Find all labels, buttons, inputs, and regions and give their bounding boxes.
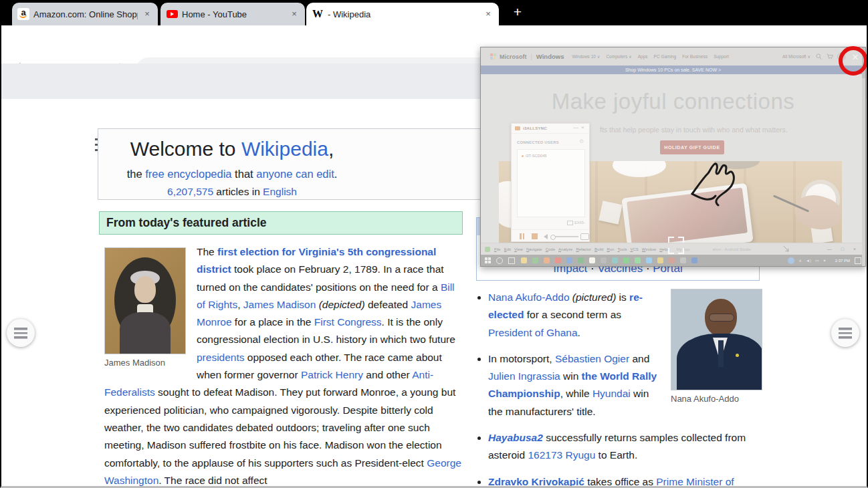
screen: a Amazon.com: Online Shoppi × Home - You… (0, 0, 868, 488)
wiki-link[interactable]: presidents (197, 352, 245, 363)
image-caption: James Madison (104, 358, 186, 368)
wiki-link[interactable]: Julien Ingrassia (488, 370, 560, 382)
tab-youtube[interactable]: Home - YouTube × (160, 3, 305, 25)
overlay-dim-layer (481, 47, 865, 266)
text-segment: and other (363, 369, 412, 380)
wiki-link[interactable]: Wikipedia (241, 138, 328, 160)
text-segment: and (629, 353, 649, 364)
left-assist-handle[interactable] (7, 319, 35, 347)
text-segment: . (334, 168, 338, 180)
text-segment: , while (560, 388, 592, 399)
nana-akufo-addo-photo[interactable] (671, 289, 762, 390)
james-madison-figure[interactable]: James Madison (104, 247, 186, 368)
text-segment: . The race did not affect (158, 475, 267, 486)
in-the-news-section: Nana Akufo-Addo Nana Akufo-Addo (picture… (475, 289, 764, 488)
news-item: Hayabusa2 successfully returns samples c… (488, 429, 764, 465)
text-segment: sought to defeat Madison. They put forwa… (104, 386, 455, 468)
tab-title: Home - YouTube (182, 9, 285, 19)
new-tab-button[interactable]: + (510, 4, 526, 20)
text-segment: for a second term as (524, 309, 621, 320)
text-segment: took place on February 2, 1789. In a rac… (197, 263, 444, 292)
text-segment: defeated (365, 299, 411, 310)
text-segment: , (328, 138, 334, 160)
wiki-link[interactable]: President of Ghana (488, 327, 578, 338)
welcome-tagline: the free encyclopedia that anyone can ed… (98, 168, 366, 180)
text-segment: is (616, 291, 629, 303)
nana-akufo-addo-figure[interactable]: Nana Akufo-Addo (671, 289, 764, 404)
tab-close-icon[interactable]: × (142, 9, 152, 19)
text-segment: . (578, 327, 580, 338)
wiki-link[interactable]: Zdravko Krivokapić (488, 476, 584, 487)
tab-close-icon[interactable]: × (483, 9, 494, 19)
red-circle-annotation (839, 46, 868, 76)
tab-amazon[interactable]: a Amazon.com: Online Shoppi × (12, 3, 158, 25)
wiki-link[interactable]: Prime Minister of (656, 476, 734, 487)
text-segment: to Earth. (595, 449, 637, 461)
wiki-link[interactable]: English (263, 186, 297, 197)
news-item: Zdravko Krivokapić takes office as Prime… (488, 473, 764, 488)
text-segment: for a place in the (232, 316, 314, 328)
youtube-favicon (166, 8, 178, 20)
tab-wikipedia-active[interactable]: W - Wikipedia × (306, 3, 499, 25)
wiki-link[interactable]: Hayabusa2 (488, 432, 543, 443)
text-segment: that (232, 168, 257, 180)
browser-tab-strip: a Amazon.com: Online Shoppi × Home - You… (0, 0, 868, 25)
text-segment: Welcome to (130, 138, 241, 160)
wiki-link[interactable]: Nana Akufo-Addo (488, 291, 570, 303)
wiki-link[interactable]: Sébastien Ogier (555, 353, 629, 364)
text-segment: articles in (213, 186, 263, 197)
featured-article-body: James Madison The first election for Vir… (104, 243, 461, 488)
wiki-link[interactable]: 6,207,575 (167, 186, 213, 197)
tab-title: - Wikipedia (328, 9, 479, 19)
text-segment: In motorsport, (488, 353, 555, 364)
pointing-hand-annotation (679, 157, 742, 209)
featured-article-header: From today's featured article (99, 211, 463, 235)
text-segment: the (127, 168, 146, 180)
image-caption: Nana Akufo-Addo (671, 394, 764, 404)
youtube-play-icon (171, 12, 174, 16)
text-segment: takes office as (584, 476, 656, 487)
tab-close-icon[interactable]: × (289, 9, 300, 19)
text-segment: The (197, 246, 217, 257)
amazon-favicon: a (17, 8, 29, 20)
text-segment: , (237, 299, 243, 310)
article-count-line: 6,207,575 articles in English (98, 186, 366, 198)
text-segment: (depicted) (319, 299, 365, 310)
welcome-heading: Welcome to Wikipedia, (98, 138, 366, 160)
text-segment: win (560, 370, 582, 382)
james-madison-portrait[interactable] (104, 247, 186, 354)
wiki-link[interactable]: James Madison (243, 299, 316, 310)
wiki-link[interactable]: Patrick Henry (301, 369, 363, 380)
right-assist-handle[interactable] (831, 319, 859, 347)
wiki-link[interactable]: anyone can edit (256, 168, 334, 180)
wikipedia-favicon: W (312, 8, 324, 20)
text-segment: (pictured) (572, 291, 616, 303)
wiki-link[interactable]: 162173 Ryugu (528, 449, 595, 461)
tab-title: Amazon.com: Online Shoppi (33, 9, 138, 19)
screen-share-overlay-window[interactable]: Microsoft | Windows Windows 10 ∨Computer… (480, 47, 866, 267)
wiki-link[interactable]: First Congress (314, 316, 382, 328)
wiki-link[interactable]: Hyundai (592, 388, 631, 399)
wiki-link[interactable]: free encyclopedia (145, 168, 231, 180)
